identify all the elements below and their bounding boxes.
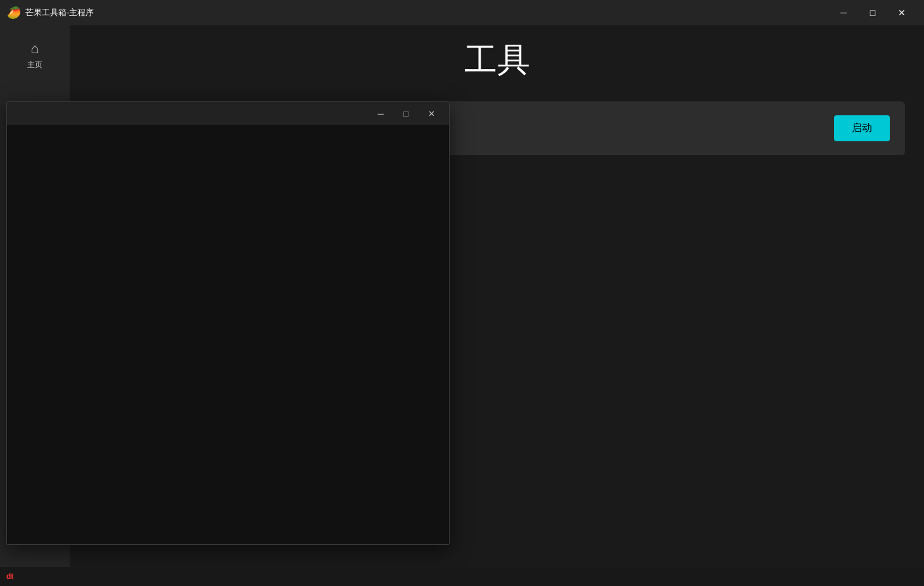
main-window: 🥭 芒果工具箱-主程序 ─ □ ✕ ⌂ 主页 工具 [0, 0, 924, 586]
tool-launch-button[interactable]: 启动 [834, 115, 890, 141]
child-window: ─ □ ✕ [6, 101, 450, 545]
child-content [7, 125, 449, 544]
bottom-bar-text: dt [6, 572, 13, 581]
app-icon: 🥭 [8, 6, 20, 19]
child-minimize-button[interactable]: ─ [368, 102, 393, 125]
child-maximize-button[interactable]: □ [393, 102, 419, 125]
page-header: 工具 [70, 25, 924, 89]
bottom-bar: dt [0, 567, 924, 586]
home-icon: ⌂ [30, 41, 39, 57]
child-title-bar: ─ □ ✕ [7, 102, 449, 125]
minimize-button[interactable]: ─ [829, 0, 858, 25]
title-bar-controls: ─ □ ✕ [829, 0, 916, 25]
child-close-button[interactable]: ✕ [419, 102, 444, 125]
sidebar-home-label: 主页 [27, 60, 42, 70]
app-title: 芒果工具箱-主程序 [25, 7, 829, 18]
page-title: 工具 [464, 38, 530, 82]
close-button[interactable]: ✕ [887, 0, 916, 25]
maximize-button[interactable]: □ [858, 0, 887, 25]
sidebar-item-home[interactable]: ⌂ 主页 [0, 32, 70, 79]
title-bar: 🥭 芒果工具箱-主程序 ─ □ ✕ [0, 0, 924, 25]
